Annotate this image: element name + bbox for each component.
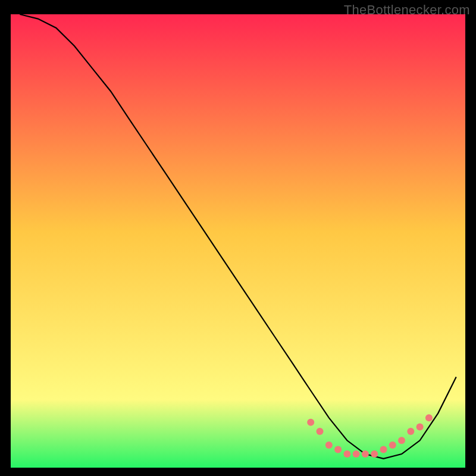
valley-marker <box>407 428 414 435</box>
valley-marker <box>380 446 387 453</box>
valley-marker <box>307 419 314 426</box>
valley-marker <box>389 441 396 449</box>
valley-marker <box>425 414 433 421</box>
attribution-text: TheBottlenecker.com <box>344 2 470 18</box>
valley-marker <box>317 428 324 435</box>
chart-gradient-area <box>11 14 465 468</box>
valley-marker <box>416 423 424 430</box>
valley-marker <box>343 450 350 458</box>
valley-marker <box>353 450 360 458</box>
valley-marker <box>398 437 405 444</box>
valley-marker <box>334 446 342 453</box>
valley-marker <box>362 450 369 458</box>
bottleneck-chart <box>0 0 476 476</box>
valley-marker <box>371 450 378 458</box>
valley-marker <box>325 441 333 449</box>
